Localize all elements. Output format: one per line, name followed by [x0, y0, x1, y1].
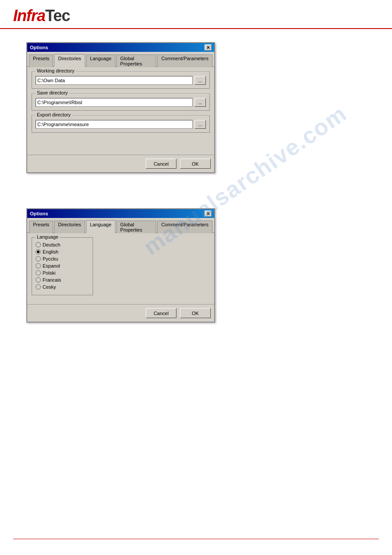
dialog2-ok-button[interactable]: OK: [180, 308, 211, 318]
dialog2-cancel-button[interactable]: Cancel: [146, 308, 176, 318]
dialog2-container: Options ✕ Presets Directories Language G…: [26, 208, 379, 323]
dialog2-close-button[interactable]: ✕: [205, 210, 212, 217]
label-russian: Pyccku: [43, 256, 58, 261]
tab2-comment-parameters[interactable]: Comment/Parameters: [157, 221, 212, 233]
dialog1-tabs: Presets Directories Language Global Prop…: [27, 52, 214, 66]
label-francais: Francais: [43, 277, 61, 283]
dialog1-container: Options ✕ Presets Directories Language G…: [26, 42, 379, 173]
label-espanol: Espanol: [43, 263, 60, 268]
dialog2-title: Options: [30, 211, 48, 216]
dialog2-titlebar: Options ✕: [27, 209, 214, 218]
radio-francais[interactable]: [36, 277, 41, 283]
tab-language[interactable]: Language: [86, 54, 115, 67]
export-directory-label: Export directory: [36, 112, 72, 117]
logo: InfraTec: [13, 8, 379, 24]
save-directory-label: Save directory: [36, 90, 69, 95]
label-deutsch: Deutsch: [43, 242, 60, 247]
options-dialog-1: Options ✕ Presets Directories Language G…: [26, 42, 215, 173]
save-directory-row: ...: [36, 98, 206, 107]
export-directory-input[interactable]: [36, 120, 193, 129]
language-cesky-row: Cesky: [36, 284, 89, 290]
dialog2-tabs: Presets Directories Language Global Prop…: [27, 218, 214, 232]
dialog2-body: Language Deutsch English Pyccku Espanol: [27, 232, 214, 304]
tab2-presets[interactable]: Presets: [29, 221, 53, 233]
logo-tec: Tec: [45, 7, 70, 25]
tab2-directories[interactable]: Directories: [54, 221, 85, 233]
radio-espanol[interactable]: [36, 263, 41, 268]
working-directory-browse[interactable]: ...: [194, 76, 206, 85]
dialog1-close-button[interactable]: ✕: [205, 44, 212, 51]
logo-infra: Infra: [13, 7, 45, 25]
dialog1-spacer: [32, 137, 210, 150]
export-directory-browse[interactable]: ...: [194, 120, 206, 129]
language-group: Language Deutsch English Pyccku Espanol: [32, 237, 93, 295]
radio-cesky[interactable]: [36, 284, 41, 290]
radio-english[interactable]: [36, 249, 41, 254]
dialog2-footer: Cancel OK: [27, 304, 214, 322]
working-directory-input[interactable]: [36, 76, 193, 85]
tab-presets[interactable]: Presets: [29, 54, 53, 67]
language-espanol-row: Espanol: [36, 263, 89, 268]
tab2-global-properties[interactable]: Global Properties: [116, 221, 157, 233]
header: InfraTec: [0, 0, 392, 29]
radio-russian[interactable]: [36, 256, 41, 261]
language-deutsch-row: Deutsch: [36, 242, 89, 247]
language-group-label: Language: [36, 234, 60, 239]
tab-directories[interactable]: Directories: [54, 54, 85, 67]
language-francais-row: Francais: [36, 277, 89, 283]
dialog1-ok-button[interactable]: OK: [180, 159, 211, 169]
export-directory-group: Export directory ...: [32, 115, 210, 133]
dialog1-footer: Cancel OK: [27, 155, 214, 172]
save-directory-group: Save directory ...: [32, 93, 210, 111]
label-polski: Polski: [43, 270, 55, 276]
label-cesky: Cesky: [43, 284, 56, 290]
dialog1-cancel-button[interactable]: Cancel: [146, 159, 176, 169]
options-dialog-2: Options ✕ Presets Directories Language G…: [26, 208, 215, 323]
working-directory-row: ...: [36, 76, 206, 85]
dialog1-body: Working directory ... Save directory ...…: [27, 66, 214, 155]
radio-polski[interactable]: [36, 270, 41, 276]
tab-global-properties[interactable]: Global Properties: [116, 54, 157, 67]
tab2-language[interactable]: Language: [86, 220, 115, 233]
spacer-between-dialogs: [0, 191, 392, 208]
save-directory-input[interactable]: [36, 98, 193, 107]
tab-comment-parameters[interactable]: Comment/Parameters: [157, 54, 212, 67]
working-directory-label: Working directory: [36, 68, 76, 73]
save-directory-browse[interactable]: ...: [194, 98, 206, 107]
language-english-row: English: [36, 249, 89, 254]
dialog1-titlebar: Options ✕: [27, 43, 214, 52]
dialog1-title: Options: [30, 45, 48, 50]
label-english: English: [43, 249, 58, 254]
language-russian-row: Pyccku: [36, 256, 89, 261]
radio-deutsch[interactable]: [36, 242, 41, 247]
language-polski-row: Polski: [36, 270, 89, 276]
export-directory-row: ...: [36, 120, 206, 129]
page-footer: [13, 539, 379, 542]
working-directory-group: Working directory ...: [32, 71, 210, 89]
